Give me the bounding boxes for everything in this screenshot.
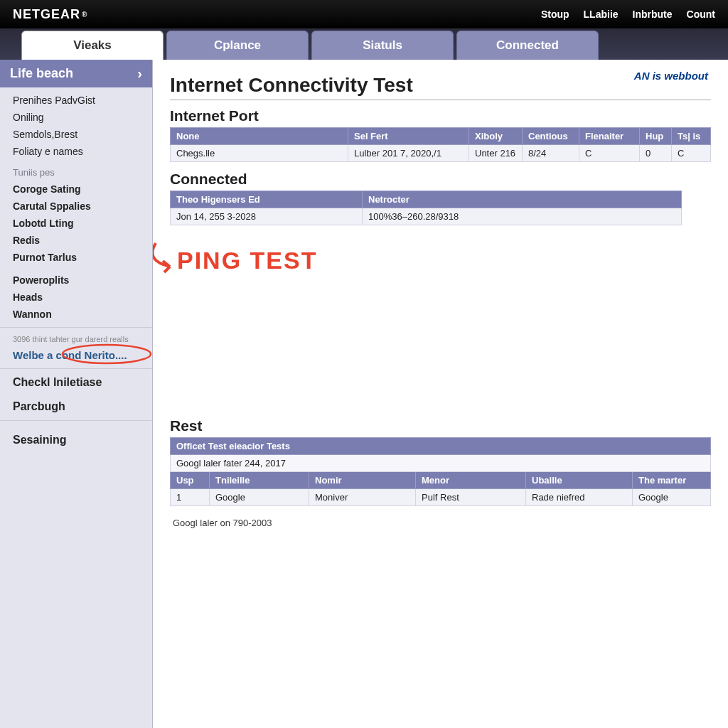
header-bar: NETGEAR® Stoup LLabiie Inbrbute Count <box>0 0 728 28</box>
sidebar-group-1: Prenihes PadvGist Oniling Semdols,Brest … <box>0 87 152 328</box>
top-nav: Stoup LLabiie Inbrbute Count <box>541 9 715 20</box>
td: Moniver <box>309 489 416 506</box>
tab-1[interactable]: Cplance <box>166 31 309 60</box>
sidebar-header[interactable]: Life beach › <box>0 60 152 87</box>
sidebar-item[interactable]: Wannon <box>0 306 152 323</box>
ping-test-annotation: PING TEST <box>177 247 317 274</box>
sidebar-item[interactable]: Checkl lniletiase <box>0 373 152 392</box>
sidebar-item[interactable]: Carutal Sppalies <box>0 198 152 215</box>
page-title: Internet Connectivity Test <box>170 74 711 100</box>
td: 1 <box>171 489 210 506</box>
sidebar-item-ping-test[interactable]: Welbe a cond Nerito.... <box>0 346 152 364</box>
th: Sel Fert <box>348 128 469 145</box>
table-caption-row: Googl laler fater 244, 2017 <box>171 455 711 472</box>
sidebar-item-label: Welbe a cond Nerito.... <box>13 349 127 361</box>
logo-text: NETGEAR <box>13 7 80 22</box>
nav-link-1[interactable]: LLabiie <box>584 9 619 20</box>
td: Chegs.lle <box>171 145 348 162</box>
tab-2[interactable]: Siatuls <box>311 31 454 60</box>
sidebar-item[interactable]: Redis <box>0 232 152 249</box>
sidebar-item[interactable]: Purnot Tarlus <box>0 249 152 266</box>
td: Google <box>210 489 309 506</box>
section-title-rest: Rest <box>170 417 711 434</box>
td: Google <box>633 489 711 506</box>
nav-link-2[interactable]: Inbrbute <box>633 9 673 20</box>
table-header-row: None Sel Fert Xiboly Centious Flenaiter … <box>171 128 711 145</box>
sidebar-item[interactable]: Coroge Sating <box>0 181 152 198</box>
main-content: AN is webbout Internet Connectivity Test… <box>153 60 728 728</box>
sidebar-item[interactable]: Poweroplits <box>0 272 152 289</box>
nav-link-3[interactable]: Count <box>687 9 715 20</box>
table-banner-row: Officet Test eieacior Tests <box>171 438 711 455</box>
th: Xiboly <box>469 128 523 145</box>
sidebar-subhead: Tuniis pes <box>0 160 152 181</box>
sidebar: Life beach › Prenihes PadvGist Oniling S… <box>0 60 153 728</box>
td: 8/24 <box>523 145 579 162</box>
td: Pulf Rest <box>416 489 526 506</box>
sidebar-item[interactable]: Parcbugh <box>0 397 152 416</box>
annotation: PING TEST <box>170 240 711 311</box>
sidebar-header-label: Life beach <box>10 66 73 81</box>
chevron-right-icon: › <box>137 65 142 82</box>
td: Rade niefred <box>526 489 633 506</box>
rest-footer: Googl laler on 790-2003 <box>170 515 711 528</box>
th: Netrocter <box>363 191 682 208</box>
th: Hup <box>640 128 672 145</box>
table-header-row: Theo Higensers Ed Netrocter <box>171 191 682 208</box>
section-title-connected: Connected <box>170 171 711 188</box>
internet-port-table: None Sel Fert Xiboly Centious Flenaiter … <box>170 127 711 162</box>
td: 0 <box>640 145 672 162</box>
help-link[interactable]: AN is webbout <box>634 70 708 82</box>
th: Menor <box>416 472 526 489</box>
sidebar-item[interactable]: Sesaining <box>0 431 152 449</box>
tab-0[interactable]: Vieaks <box>21 31 164 60</box>
td: C <box>579 145 640 162</box>
th-banner: Officet Test eieacior Tests <box>171 438 711 455</box>
td: Jon 14, 255 3-2028 <box>171 208 363 225</box>
sidebar-item[interactable]: Oniling <box>0 109 152 126</box>
logo: NETGEAR® <box>13 7 87 22</box>
sidebar-item[interactable]: Foliaty e names <box>0 143 152 160</box>
td: Lulber 201 7, 2020,/1 <box>348 145 469 162</box>
sidebar-group-2: 3096 thint tahter gur darerd realls Welb… <box>0 328 152 369</box>
th: Theo Higensers Ed <box>171 191 363 208</box>
sidebar-item[interactable]: Heads <box>0 289 152 306</box>
sidebar-item[interactable]: Lobotd Lting <box>0 215 152 232</box>
th: Uballle <box>526 472 633 489</box>
th: Usp <box>171 472 210 489</box>
logo-reg: ® <box>82 11 87 18</box>
th: The marter <box>633 472 711 489</box>
sidebar-group-4: Sesaining <box>0 421 152 454</box>
nav-link-0[interactable]: Stoup <box>541 9 569 20</box>
th: Centious <box>523 128 579 145</box>
td: Unter 216 <box>469 145 523 162</box>
table-header-row: Usp Tnileille Nomir Menor Uballle The ma… <box>171 472 711 489</box>
table-row: 1 Google Moniver Pulf Rest Rade niefred … <box>171 489 711 506</box>
tabs-row: Vieaks Cplance Siatuls Connected <box>0 28 728 60</box>
table-row: Jon 14, 255 3-2028 100%36–260.28/9318 <box>171 208 682 225</box>
rest-table: Officet Test eieacior Tests Googl laler … <box>170 437 711 506</box>
td: C <box>672 145 711 162</box>
layout: Life beach › Prenihes PadvGist Oniling S… <box>0 60 728 728</box>
connected-table: Theo Higensers Ed Netrocter Jon 14, 255 … <box>170 191 682 225</box>
sidebar-group-3: Checkl lniletiase Parcbugh <box>0 369 152 421</box>
sidebar-item-faded: 3096 thint tahter gur darerd realls <box>0 332 152 346</box>
sidebar-item[interactable]: Prenihes PadvGist <box>0 92 152 109</box>
tab-3[interactable]: Connected <box>456 31 599 60</box>
table-row: Chegs.lle Lulber 201 7, 2020,/1 Unter 21… <box>171 145 711 162</box>
td: 100%36–260.28/9318 <box>363 208 682 225</box>
section-title-port: Internet Port <box>170 107 711 124</box>
th: Ts| is <box>672 128 711 145</box>
th: Nomir <box>309 472 416 489</box>
td-caption: Googl laler fater 244, 2017 <box>171 455 711 472</box>
sidebar-item[interactable]: Semdols,Brest <box>0 126 152 143</box>
th: Flenaiter <box>579 128 640 145</box>
th: None <box>171 128 348 145</box>
th: Tnileille <box>210 472 309 489</box>
